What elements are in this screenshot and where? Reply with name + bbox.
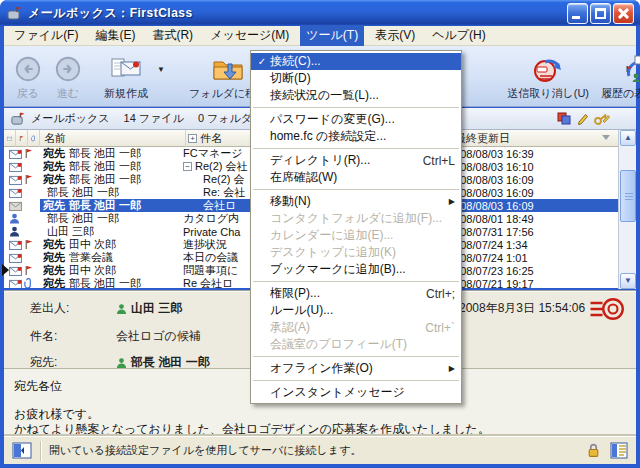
scrollbar-thumb[interactable] — [620, 170, 636, 222]
status-text: 開いている接続設定ファイルを使用してサーバに接続します。 — [49, 443, 361, 458]
sort-descending-icon — [602, 135, 610, 140]
menu-item[interactable]: 会議室のプロフィール(T) — [251, 336, 461, 353]
flag-icon — [24, 239, 33, 250]
unsend-button[interactable]: 送信取り消し(U) — [501, 49, 595, 103]
key-pencil-icon[interactable] — [594, 112, 610, 125]
column-envelope[interactable] — [4, 130, 16, 147]
mail-icon — [9, 149, 22, 159]
menu-item[interactable]: 接続状況の一覧(L)... — [251, 87, 461, 104]
row-date: 2008/07/31 17:56 — [448, 226, 618, 238]
menu-item[interactable]: コンタクトフォルダに追加(F)... — [251, 210, 461, 227]
status-separator — [40, 441, 41, 461]
column-date[interactable]: 最終更新日 — [451, 130, 618, 147]
flag-column-icon — [19, 133, 24, 144]
flag-icon — [24, 265, 33, 276]
permissions-icon[interactable] — [557, 112, 571, 125]
status-bar: 開いている接続設定ファイルを使用してサーバに接続します。 — [4, 436, 636, 464]
row-name: 宛先部長 池田 一郎 — [40, 276, 183, 288]
collapse-thread-icon[interactable]: − — [183, 162, 192, 171]
menubar-item[interactable]: 編集(E) — [89, 25, 141, 46]
forward-icon — [54, 52, 82, 86]
menu-item[interactable]: ディレクトリ(R)... Ctrl+L — [251, 152, 461, 169]
compose-dropdown-arrow[interactable]: ▼ — [157, 65, 165, 74]
person-icon — [9, 213, 20, 224]
row-date: 2008/07/24 1:34 — [448, 239, 618, 251]
menu-item[interactable]: home.fc の接続設定... — [251, 128, 461, 145]
scroll-up-button[interactable]: ▲ — [620, 130, 636, 146]
menubar-item[interactable]: 書式(R) — [146, 25, 199, 46]
scroll-down-button[interactable]: ▼ — [620, 273, 636, 289]
menu-item[interactable]: 権限(P)... Ctrl+; — [251, 285, 461, 302]
menu-separator — [253, 107, 459, 108]
menu-item[interactable]: ブックマークに追加(B)... — [251, 261, 461, 278]
menu-item[interactable]: 切断(D) — [251, 70, 461, 87]
menu-item[interactable]: ✓ 接続(C)... — [251, 53, 461, 70]
menubar-item[interactable]: ファイル(F) — [8, 25, 84, 46]
title-bar[interactable]: メールボックス：FirstClass — [0, 0, 640, 26]
mailbox-icon — [6, 5, 22, 21]
edit-pencil-icon[interactable] — [576, 112, 589, 125]
menu-bar: ファイル(F) 編集(E) 書式(R) メッセージ(M) ツール(T) 表示(V… — [4, 26, 636, 46]
from-value: 山田 三郎 — [116, 300, 182, 317]
menubar-item[interactable]: ツール(T) — [300, 25, 364, 46]
row-date: 2008/08/03 16:39 — [448, 148, 618, 160]
menu-item[interactable]: カレンダーに追加(E)... — [251, 227, 461, 244]
subject-value: 会社ロゴの候補 — [116, 328, 201, 345]
envelope-column-icon — [7, 134, 12, 143]
maximize-button[interactable] — [590, 3, 611, 24]
postmark-stamp-icon — [589, 297, 625, 324]
window-title: メールボックス：FirstClass — [28, 5, 193, 22]
back-icon — [14, 52, 42, 86]
close-button[interactable] — [613, 3, 634, 24]
menubar-item[interactable]: 表示(V) — [369, 25, 421, 46]
compose-button[interactable]: 新規作成 — [98, 49, 154, 103]
unsend-icon — [531, 52, 565, 86]
history-icon — [619, 52, 640, 86]
menu-item[interactable]: 在席確認(W) — [251, 169, 461, 186]
column-name[interactable]: 名前 — [40, 130, 186, 147]
message-date: 2008年8月3日 15:54:06 — [459, 300, 585, 317]
column-attachment[interactable] — [28, 130, 40, 147]
pane-splitter-arrow[interactable] — [2, 264, 9, 276]
mail-icon — [9, 279, 22, 289]
menubar-item[interactable]: ヘルプ(H) — [426, 25, 492, 46]
mail-icon — [9, 253, 22, 263]
menu-item[interactable]: 承認(A) Ctrl+` — [251, 319, 461, 336]
menu-item[interactable]: パスワードの変更(G)... — [251, 111, 461, 128]
menu-item[interactable]: インスタントメッセージ — [251, 384, 461, 401]
menu-item[interactable]: オフライン作業(O) ▶ — [251, 360, 461, 377]
row-date: 2008/08/03 16:10 — [448, 161, 618, 173]
menubar-item[interactable]: メッセージ(M) — [204, 25, 295, 46]
row-date: 2008/08/03 16:09 — [448, 174, 618, 186]
menu-separator — [253, 148, 459, 149]
mailbox-small-icon — [10, 111, 25, 126]
column-flag[interactable] — [16, 130, 28, 147]
history-button[interactable]: 履歴の表示(H) — [595, 49, 640, 103]
mail-icon — [9, 266, 22, 276]
row-date: 2008/07/21 19:17 — [448, 278, 618, 289]
expand-all-icon[interactable]: + — [188, 134, 197, 143]
folder-title: メールボックス — [31, 111, 110, 126]
connection-form-icon[interactable] — [610, 442, 628, 459]
row-date: 2008/07/23 16:25 — [448, 265, 618, 277]
row-date: 2008/07/24 1:01 — [448, 252, 618, 264]
menu-separator — [253, 281, 459, 282]
minimize-button[interactable] — [567, 3, 588, 24]
attachment-icon — [24, 278, 33, 288]
person-dark-icon — [9, 226, 20, 237]
menu-item[interactable]: デスクトップに追加(K) — [251, 244, 461, 261]
attachment-column-icon — [31, 133, 36, 144]
check-icon: ✓ — [254, 56, 270, 67]
body-line-3: かねてより懸案となっておりました、会社ロゴデザインの応募案を作成いたしました。 — [14, 422, 636, 437]
menu-item[interactable]: ルール(U)... — [251, 302, 461, 319]
back-button[interactable]: 戻る — [8, 49, 48, 103]
mail-read-icon — [9, 201, 22, 211]
forward-button[interactable]: 進む — [48, 49, 88, 103]
menu-item[interactable]: 移動(N) ▶ — [251, 193, 461, 210]
vertical-scrollbar[interactable]: ▲ ▼ — [618, 130, 636, 289]
row-date: 2008/08/03 16:09 — [448, 200, 618, 212]
file-count: 14 ファイル — [124, 111, 184, 126]
pane-toggle-icon[interactable] — [12, 442, 32, 459]
row-date: 2008/08/03 16:09 — [448, 187, 618, 199]
submenu-arrow-icon: ▶ — [449, 197, 455, 206]
